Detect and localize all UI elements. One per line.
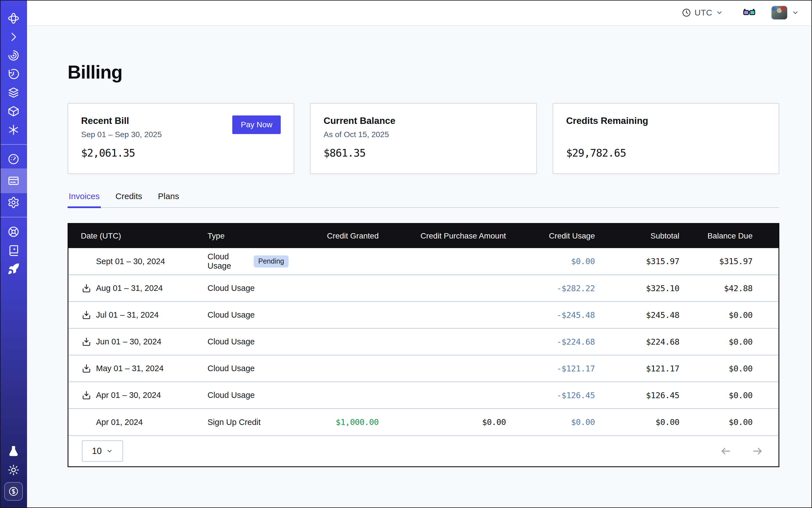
billing-tabs: Invoices Credits Plans bbox=[68, 192, 779, 208]
layers-icon[interactable] bbox=[0, 83, 27, 102]
sidebar-divider bbox=[0, 217, 27, 217]
invoice-type: Cloud Usage bbox=[208, 310, 255, 320]
invoice-type: Cloud Usage bbox=[208, 337, 255, 346]
iris-icon[interactable] bbox=[0, 46, 27, 65]
table-header-row: Date (UTC) Type Credit Granted Credit Pu… bbox=[69, 224, 778, 248]
credit-purchase-value: $0.00 bbox=[379, 409, 506, 435]
download-invoice-icon[interactable] bbox=[81, 390, 92, 401]
credit-usage-value: -$121.17 bbox=[506, 355, 595, 382]
credits-dollar-button[interactable] bbox=[4, 482, 23, 501]
credit-granted-value bbox=[289, 302, 379, 328]
invoice-date: Jun 01 – 30, 2024 bbox=[96, 337, 161, 346]
card-subtitle: As of Oct 15, 2025 bbox=[324, 130, 523, 140]
chevron-right-icon[interactable] bbox=[0, 28, 27, 46]
credit-usage-value: -$282.22 bbox=[506, 275, 595, 302]
chevron-down-icon bbox=[106, 448, 113, 455]
next-page-arrow-icon[interactable] bbox=[751, 446, 764, 457]
invoice-type: Cloud Usage bbox=[208, 390, 255, 400]
credit-granted-value bbox=[289, 355, 379, 382]
invoice-date: May 01 – 31, 2024 bbox=[96, 364, 164, 373]
gear-icon[interactable] bbox=[0, 193, 27, 212]
subtotal-value: $0.00 bbox=[595, 409, 679, 435]
avatar[interactable] bbox=[771, 6, 787, 19]
table-row: Jul 01 – 31, 2024 Cloud Usage -$245.48 $… bbox=[69, 302, 778, 328]
credit-purchase-value bbox=[379, 382, 506, 409]
credits-remaining-card: Credits Remaining $29,782.65 bbox=[553, 103, 779, 174]
col-balance-due: Balance Due bbox=[679, 224, 778, 248]
balance-due-value: $0.00 bbox=[679, 355, 778, 382]
balance-due-value: $0.00 bbox=[679, 409, 778, 435]
recent-bill-card: Recent Bill Sep 01 – Sep 30, 2025 $2,061… bbox=[68, 103, 294, 174]
invoice-type: Sign Up Credit bbox=[208, 418, 261, 427]
download-invoice-icon[interactable] bbox=[81, 336, 92, 347]
chevron-down-icon bbox=[716, 9, 723, 16]
tab-plans[interactable]: Plans bbox=[157, 192, 180, 207]
balance-due-value: $0.00 bbox=[679, 328, 778, 355]
credit-granted-value bbox=[289, 328, 379, 355]
tab-invoices[interactable]: Invoices bbox=[68, 192, 101, 207]
invoice-type: Cloud Usage bbox=[208, 252, 248, 270]
download-invoice-icon[interactable] bbox=[81, 309, 92, 321]
table-row: Apr 01 – 30, 2024 Cloud Usage -$126.45 $… bbox=[69, 382, 778, 409]
card-title: Current Balance bbox=[324, 116, 523, 126]
cube-icon[interactable] bbox=[0, 102, 27, 121]
invoices-table: Date (UTC) Type Credit Granted Credit Pu… bbox=[69, 224, 778, 435]
flask-icon[interactable] bbox=[0, 442, 27, 461]
rocket-icon[interactable] bbox=[0, 260, 27, 278]
account-menu[interactable] bbox=[771, 6, 799, 19]
main-content: Billing Recent Bill Sep 01 – Sep 30, 202… bbox=[27, 26, 812, 508]
card-amount: $29,782.65 bbox=[566, 147, 766, 159]
invoice-date: Jul 01 – 31, 2024 bbox=[96, 310, 159, 320]
balance-due-value: $0.00 bbox=[679, 302, 778, 328]
subtotal-value: $121.17 bbox=[595, 355, 679, 382]
page-size-select[interactable]: 10 bbox=[82, 440, 123, 462]
invoice-date: Apr 01 – 30, 2024 bbox=[96, 390, 161, 400]
page-title: Billing bbox=[68, 61, 779, 83]
timer-icon[interactable] bbox=[0, 65, 27, 83]
timezone-label: UTC bbox=[695, 8, 712, 17]
balance-due-value: $42.88 bbox=[679, 275, 778, 302]
credit-granted-value bbox=[289, 248, 379, 275]
pagination-arrows bbox=[719, 446, 764, 457]
credit-usage-value: -$245.48 bbox=[506, 302, 595, 328]
pay-now-button[interactable]: Pay Now bbox=[232, 116, 281, 134]
glasses-icon bbox=[741, 6, 757, 19]
credit-purchase-value bbox=[379, 248, 506, 275]
table-row: Jun 01 – 30, 2024 Cloud Usage -$224.68 $… bbox=[69, 328, 778, 355]
card-amount: $861.35 bbox=[324, 147, 523, 159]
clock-icon bbox=[682, 8, 691, 17]
invoices-table-container: Date (UTC) Type Credit Granted Credit Pu… bbox=[68, 223, 779, 467]
download-invoice-icon[interactable] bbox=[81, 283, 92, 294]
tab-credits[interactable]: Credits bbox=[114, 192, 143, 207]
credit-purchase-value bbox=[379, 355, 506, 382]
sidebar-item-billing[interactable] bbox=[0, 168, 27, 193]
logo-star-icon[interactable] bbox=[0, 9, 27, 28]
prev-page-arrow-icon[interactable] bbox=[719, 446, 732, 457]
invoice-type: Cloud Usage bbox=[208, 284, 255, 293]
table-row: Sept 01 – 30, 2024 Cloud Usage Pending $… bbox=[69, 248, 778, 275]
table-row: May 01 – 31, 2024 Cloud Usage -$121.17 $… bbox=[69, 355, 778, 382]
invoice-date: Aug 01 – 31, 2024 bbox=[96, 284, 163, 293]
asterisk-icon[interactable] bbox=[0, 121, 27, 139]
col-subtotal: Subtotal bbox=[595, 224, 679, 248]
ship-wheel-icon[interactable] bbox=[0, 222, 27, 241]
subtotal-value: $126.45 bbox=[595, 382, 679, 409]
download-invoice-icon[interactable] bbox=[81, 363, 92, 374]
invoice-date: Sept 01 – 30, 2024 bbox=[96, 257, 165, 266]
reader-mode-button[interactable] bbox=[741, 6, 757, 19]
topbar: UTC bbox=[27, 0, 812, 26]
docs-book-icon[interactable] bbox=[0, 241, 27, 260]
gauge-icon[interactable] bbox=[0, 150, 27, 168]
subtotal-value: $315.97 bbox=[595, 248, 679, 275]
sidebar-divider bbox=[0, 144, 27, 145]
credit-granted-value bbox=[289, 275, 379, 302]
table-row: Apr 01, 2024 Sign Up Credit $1,000.00 $0… bbox=[69, 409, 778, 435]
sidebar bbox=[0, 0, 27, 508]
credit-usage-value: $0.00 bbox=[506, 409, 595, 435]
timezone-picker[interactable]: UTC bbox=[682, 8, 723, 17]
table-footer: 10 bbox=[69, 435, 778, 466]
balance-due-value: $315.97 bbox=[679, 248, 778, 275]
credit-usage-value: -$126.45 bbox=[506, 382, 595, 409]
subtotal-value: $325.10 bbox=[595, 275, 679, 302]
sun-icon[interactable] bbox=[0, 461, 27, 479]
